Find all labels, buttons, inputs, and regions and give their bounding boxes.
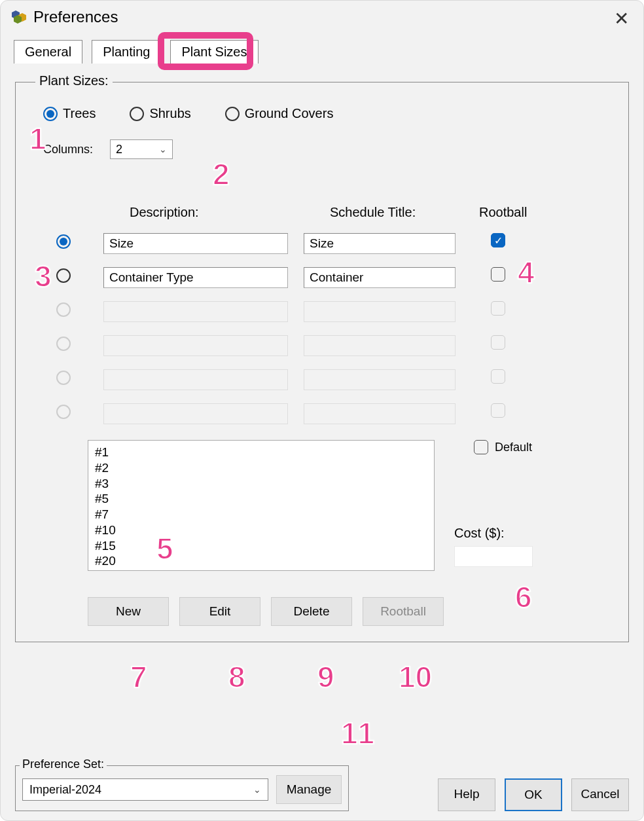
delete-button[interactable]: Delete — [271, 597, 352, 626]
row-radio-2[interactable] — [56, 268, 71, 283]
tab-plant-sizes[interactable]: Plant Sizes — [170, 40, 258, 64]
close-icon[interactable]: ✕ — [614, 10, 629, 28]
window-title: Preferences — [33, 8, 118, 26]
row-radio-4 — [56, 337, 71, 351]
tab-planting[interactable]: Planting — [92, 40, 161, 64]
rootball-checkbox-1[interactable]: ✓ — [491, 233, 505, 247]
list-item[interactable]: #15 — [95, 538, 427, 554]
schedule-input-6 — [304, 403, 456, 424]
description-input-5 — [103, 369, 288, 390]
radio-ground-covers-label: Ground Covers — [245, 106, 334, 121]
preference-set-select[interactable]: Imperial-2024 ⌄ — [22, 778, 268, 801]
row-radio-5 — [56, 371, 71, 385]
manage-button[interactable]: Manage — [276, 775, 342, 804]
schedule-input-2[interactable]: Container — [304, 267, 456, 288]
description-input-6 — [103, 403, 288, 424]
group-legend: Plant Sizes: — [35, 73, 113, 88]
plant-sizes-group: Plant Sizes: Trees Shrubs Ground Covers … — [15, 82, 629, 642]
new-button[interactable]: New — [88, 597, 169, 626]
header-description: Description: — [103, 205, 288, 220]
marker-8: 8 — [228, 659, 245, 695]
header-rootball: Rootball — [471, 205, 614, 220]
columns-value: 2 — [116, 143, 122, 156]
chevron-down-icon: ⌄ — [159, 144, 167, 155]
cancel-button[interactable]: Cancel — [571, 778, 629, 811]
list-item[interactable]: #1 — [95, 445, 427, 460]
schedule-input-1[interactable]: Size — [304, 233, 456, 254]
list-item[interactable]: #2 — [95, 460, 427, 476]
row-radio-6 — [56, 405, 71, 419]
description-input-3 — [103, 301, 288, 322]
radio-trees[interactable] — [43, 107, 58, 121]
columns-label: Columns: — [43, 143, 93, 156]
list-item[interactable]: #7 — [95, 507, 427, 522]
list-item[interactable]: #3 — [95, 476, 427, 492]
description-input-1[interactable]: Size — [103, 233, 288, 254]
cost-input[interactable] — [454, 546, 533, 567]
default-checkbox[interactable] — [474, 440, 488, 454]
default-label: Default — [495, 441, 532, 454]
rootball-checkbox-6 — [491, 403, 505, 418]
radio-trees-label: Trees — [63, 106, 96, 121]
radio-ground-covers[interactable] — [225, 107, 240, 121]
list-item[interactable]: #20 — [95, 553, 427, 569]
columns-select[interactable]: 2 ⌄ — [110, 139, 173, 159]
marker-11: 11 — [341, 716, 374, 751]
chevron-down-icon: ⌄ — [253, 784, 261, 795]
list-item[interactable]: #10 — [95, 522, 427, 538]
description-input-2[interactable]: Container Type — [103, 267, 288, 288]
ok-button[interactable]: OK — [505, 778, 562, 811]
rootball-checkbox-2[interactable] — [491, 267, 505, 282]
schedule-input-4 — [304, 335, 456, 356]
description-input-4 — [103, 335, 288, 356]
rootball-button[interactable]: Rootball — [363, 597, 444, 626]
tabs: General Planting Plant Sizes — [1, 40, 643, 64]
radio-shrubs-label: Shrubs — [149, 106, 190, 121]
list-item[interactable]: #5 — [95, 491, 427, 507]
marker-7: 7 — [130, 659, 147, 695]
row-radio-1[interactable] — [56, 234, 71, 249]
preference-set-group: Preference Set: Imperial-2024 ⌄ Manage — [15, 765, 349, 811]
edit-button[interactable]: Edit — [179, 597, 260, 626]
marker-9: 9 — [317, 659, 334, 695]
rootball-checkbox-4 — [491, 335, 505, 350]
cost-label: Cost ($): — [454, 526, 505, 541]
schedule-input-3 — [304, 301, 456, 322]
preference-set-legend: Preference Set: — [20, 757, 107, 771]
tab-general[interactable]: General — [14, 40, 82, 64]
preference-set-value: Imperial-2024 — [29, 783, 101, 797]
help-button[interactable]: Help — [438, 778, 495, 811]
header-schedule-title: Schedule Title: — [304, 205, 456, 220]
row-radio-3 — [56, 302, 71, 317]
marker-10: 10 — [399, 659, 432, 695]
size-list[interactable]: #1 #2 #3 #5 #7 #10 #15 #20 — [88, 440, 435, 571]
radio-shrubs[interactable] — [130, 107, 144, 121]
app-icon — [11, 9, 27, 25]
rootball-checkbox-5 — [491, 369, 505, 384]
rootball-checkbox-3 — [491, 301, 505, 316]
schedule-input-5 — [304, 369, 456, 390]
